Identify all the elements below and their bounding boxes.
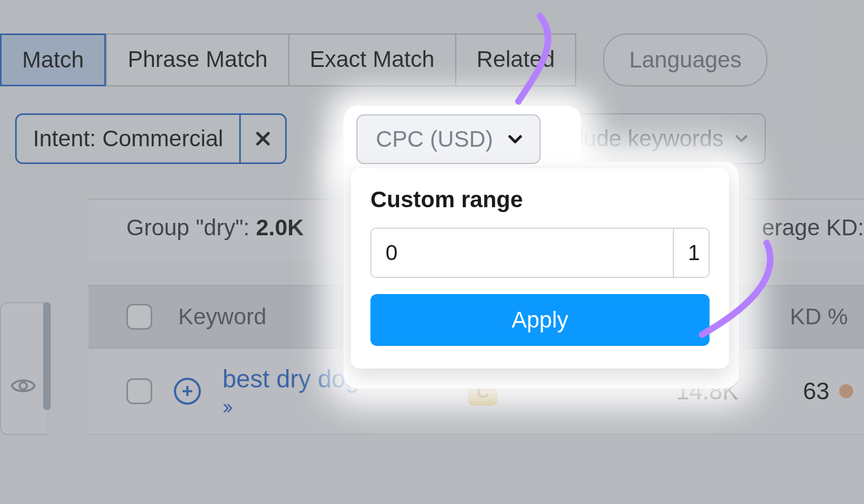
range-from-input[interactable] xyxy=(372,229,673,277)
chevron-down-icon xyxy=(507,131,523,147)
range-to-input[interactable] xyxy=(673,229,710,277)
popover-title: Custom range xyxy=(370,187,710,213)
cpc-filter-button[interactable]: CPC (USD) xyxy=(356,114,541,164)
range-inputs xyxy=(370,228,710,278)
cpc-custom-range-popover: Custom range Apply xyxy=(351,168,729,369)
cpc-filter-label: CPC (USD) xyxy=(376,126,493,152)
apply-button[interactable]: Apply xyxy=(370,294,710,346)
